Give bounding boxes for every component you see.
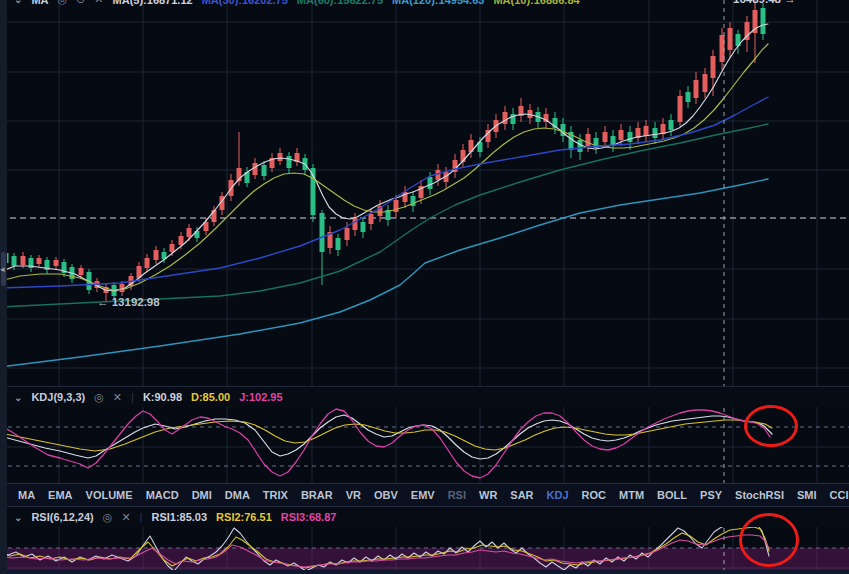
indicator-tab-trix[interactable]: TRIX	[263, 489, 288, 501]
indicator-tab-smi[interactable]: SMI	[797, 489, 817, 501]
indicator-tab-mtm[interactable]: MTM	[619, 489, 644, 501]
indicator-tab-dmi[interactable]: DMI	[192, 489, 212, 501]
kdj-j-value: J:102.95	[239, 391, 282, 403]
settings-icon[interactable]: ◎	[58, 0, 68, 6]
ma120-value: MA(120):14954.63	[392, 0, 484, 6]
indicator-tab-cci[interactable]: CCI	[830, 489, 849, 501]
pane-collapse-arrow-icon[interactable]: ◂	[0, 264, 5, 274]
rsi2-value: RSI2:76.51	[216, 511, 272, 523]
rsi3-value: RSI3:68.87	[281, 511, 337, 523]
indicator-tab-dma[interactable]: DMA	[225, 489, 250, 501]
left-edge-panel	[0, 0, 7, 574]
lowest-price-marker: ← 13192.98	[97, 296, 160, 308]
close-icon[interactable]: ✕	[94, 0, 103, 6]
indicator-tab-kdj[interactable]: KDJ	[547, 489, 569, 501]
rsi-indicator-header: ⌄ RSI(6,12,24) ◎ ✕ | RSI1:85.03 RSI2:76.…	[0, 507, 849, 527]
indicator-tab-ma[interactable]: MA	[18, 489, 35, 501]
collapse-chevron-icon[interactable]: ⌄	[14, 392, 22, 403]
settings-icon[interactable]: ◎	[94, 391, 104, 404]
indicator-tab-psy[interactable]: PSY	[700, 489, 722, 501]
indicator-tab-boll[interactable]: BOLL	[657, 489, 687, 501]
settings-icon[interactable]: ◎	[103, 511, 113, 524]
collapse-chevron-icon[interactable]: ⌄	[14, 0, 22, 5]
rsi-annotation-circle	[739, 513, 799, 567]
indicator-tab-brar[interactable]: BRAR	[301, 489, 333, 501]
ma10-value: MA(10):16886.84	[493, 0, 579, 6]
indicator-tab-ema[interactable]: EMA	[48, 489, 72, 501]
indicator-tab-vr[interactable]: VR	[346, 489, 361, 501]
time-axis-strip	[0, 570, 849, 574]
header-divider: |	[131, 391, 134, 403]
kdj-k-value: K:90.98	[143, 391, 182, 403]
kdj-d-value: D:85.00	[191, 391, 230, 403]
kdj-annotation-circle	[744, 405, 798, 447]
highest-price-marker: 16489.48 →	[733, 0, 796, 5]
indicator-tab-wr[interactable]: WR	[479, 489, 497, 501]
indicator-tab-sar[interactable]: SAR	[510, 489, 533, 501]
header-divider: |	[140, 511, 143, 523]
ma60-value: MA(60):15622.75	[297, 0, 383, 6]
indicator-tab-volume[interactable]: VOLUME	[86, 489, 133, 501]
collapse-chevron-icon[interactable]: ⌄	[14, 512, 22, 523]
trading-chart-app: { "colors": { "bg": "#060a13", "panel": …	[0, 0, 849, 574]
indicator-tab-bar: MAEMAVOLUMEMACDDMIDMATRIXBRARVROBVEMVRSI…	[0, 483, 849, 507]
indicator-tab-rsi[interactable]: RSI	[448, 489, 466, 501]
indicator-tab-stochrsi[interactable]: StochRSI	[735, 489, 784, 501]
ma-indicator-header: ⌄ MA ◎ ⊙ ✕ MA(5):16871.12 MA(30):16202.7…	[14, 0, 580, 6]
ma30-value: MA(30):16202.75	[202, 0, 288, 6]
indicator-tab-roc[interactable]: ROC	[582, 489, 606, 501]
rsi-indicator-label: RSI(6,12,24)	[31, 511, 93, 523]
rsi1-value: RSI1:85.03	[151, 511, 207, 523]
ma-indicator-label: MA	[31, 0, 48, 6]
indicator-tab-obv[interactable]: OBV	[374, 489, 398, 501]
close-icon[interactable]: ✕	[113, 391, 122, 404]
indicator-tab-emv[interactable]: EMV	[411, 489, 435, 501]
style-icon[interactable]: ⊙	[76, 0, 85, 6]
indicator-tab-macd[interactable]: MACD	[146, 489, 179, 501]
kdj-indicator-label: KDJ(9,3,3)	[31, 391, 85, 403]
close-icon[interactable]: ✕	[121, 511, 130, 524]
ma5-value: MA(5):16871.12	[113, 0, 193, 6]
kdj-indicator-header: ⌄ KDJ(9,3,3) ◎ ✕ | K:90.98 D:85.00 J:102…	[0, 386, 849, 407]
